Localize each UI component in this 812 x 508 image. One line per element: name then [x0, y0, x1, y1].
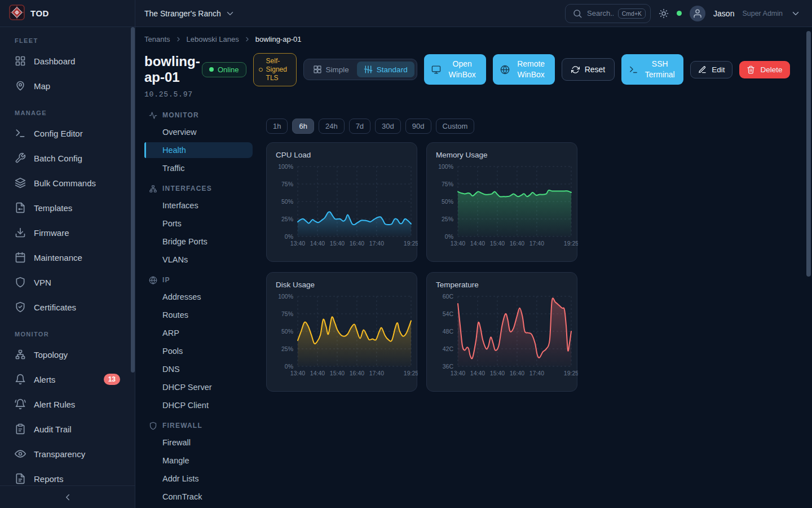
subnav-item-conntrack[interactable]: ConnTrack [144, 489, 253, 505]
subnav-item-pools[interactable]: Pools [144, 343, 253, 359]
sidebar-item-label: Reports [34, 474, 64, 484]
svg-text:0%: 0% [285, 363, 293, 370]
bell-icon [15, 374, 26, 385]
shield-check-icon [15, 301, 26, 313]
time-range-7d[interactable]: 7d [349, 119, 370, 134]
status-badge: Online [202, 62, 246, 77]
view-toggle-standard[interactable]: Standard [357, 62, 414, 77]
alerts-count-badge: 13 [104, 374, 120, 385]
wrench-icon [15, 152, 26, 164]
breadcrumb-item-tenants[interactable]: Tenants [144, 35, 170, 43]
main-scrollbar[interactable] [806, 31, 811, 277]
sidebar-item-batch-config[interactable]: Batch Config [7, 146, 128, 170]
remote-winbox-button[interactable]: Remote WinBox [493, 54, 555, 85]
tenant-selector[interactable]: The Stranger's Ranch [144, 8, 235, 19]
sidebar-item-label: Topology [34, 350, 68, 360]
time-range-30d[interactable]: 30d [375, 119, 401, 134]
subnav-item-interfaces[interactable]: Interfaces [144, 198, 253, 213]
svg-text:50%: 50% [281, 328, 293, 335]
sidebar-item-transparency[interactable]: Transparency [7, 441, 128, 466]
search-input[interactable] [587, 9, 614, 17]
subnav-item-arp[interactable]: ARP [144, 325, 253, 341]
sidebar-item-map[interactable]: Map [7, 73, 128, 98]
sidebar-item-templates[interactable]: Templates [7, 195, 128, 220]
svg-text:14:40: 14:40 [310, 370, 325, 376]
subnav-item-routes[interactable]: Routes [144, 307, 253, 323]
svg-text:13:40: 13:40 [290, 370, 305, 376]
sidebar-item-vpn[interactable]: VPN [7, 270, 128, 295]
tls-warning-badge: Self-Signed TLS [253, 53, 297, 86]
sidebar-item-audit-trail[interactable]: Audit Trail [7, 417, 128, 441]
sidebar-item-dashboard[interactable]: Dashboard [7, 49, 128, 73]
subnav-item-ports[interactable]: Ports [144, 216, 253, 231]
subnav-item-traffic[interactable]: Traffic [144, 160, 253, 176]
svg-text:16:40: 16:40 [510, 370, 524, 376]
reset-button[interactable]: Reset [562, 58, 615, 81]
svg-text:19:25: 19:25 [564, 240, 578, 247]
sidebar-item-bulk-commands[interactable]: Bulk Commands [7, 170, 128, 195]
subnav-section-label: MONITOR [162, 111, 199, 119]
topology-icon [149, 185, 157, 193]
subnav-item-firewall[interactable]: Firewall [144, 435, 253, 450]
svg-text:13:40: 13:40 [451, 370, 465, 376]
button-label: Delete [760, 65, 782, 74]
search-box[interactable]: Cmd+K [565, 4, 651, 23]
breadcrumb-item-lebowski-lanes[interactable]: Lebowski Lanes [187, 35, 239, 43]
sidebar-section-label: MONITOR [15, 331, 120, 338]
activity-icon [149, 111, 157, 120]
theme-toggle-sun-icon[interactable] [659, 8, 669, 19]
svg-text:25%: 25% [281, 216, 293, 222]
brand: TOD [0, 0, 135, 27]
delete-button[interactable]: Delete [739, 61, 789, 78]
edit-button[interactable]: Edit [690, 61, 732, 78]
subnav-item-addresses[interactable]: Addresses [144, 289, 253, 305]
subnav-item-mangle[interactable]: Mangle [144, 453, 253, 468]
subnav-item-addr-lists[interactable]: Addr Lists [144, 471, 253, 487]
sidebar-item-firmware[interactable]: Firmware [7, 220, 128, 245]
open-winbox-button[interactable]: Open WinBox [424, 54, 486, 85]
breadcrumb-item-bowling-ap-01: bowling-ap-01 [255, 35, 302, 43]
eye-icon [15, 448, 26, 459]
time-range-1h[interactable]: 1h [266, 119, 288, 134]
subnav-item-dhcp-client[interactable]: DHCP Client [144, 397, 253, 413]
time-range-90d[interactable]: 90d [405, 119, 431, 134]
time-range-selector: 1h6h24h7d30d90dCustom [266, 119, 474, 134]
trash-icon [747, 65, 755, 74]
sidebar-item-maintenance[interactable]: Maintenance [7, 245, 128, 270]
sidebar-item-alerts[interactable]: Alerts13 [7, 367, 128, 392]
time-range-6h[interactable]: 6h [292, 119, 314, 134]
subnav-item-dhcp-server[interactable]: DHCP Server [144, 379, 253, 395]
user-menu-chevron-icon[interactable] [791, 8, 801, 19]
sidebar-item-certificates[interactable]: Certificates [7, 295, 128, 319]
time-range-custom[interactable]: Custom [436, 119, 475, 134]
view-mode-toggle: SimpleStandard [303, 59, 417, 80]
globe-icon [500, 65, 510, 75]
subnav-section-label: INTERFACES [162, 185, 212, 192]
subnav-item-vlans[interactable]: VLANs [144, 252, 253, 268]
sidebar-scrollbar[interactable] [131, 27, 135, 373]
sidebar-section-manage: MANAGEConfig EditorBatch ConfigBulk Comm… [0, 99, 135, 321]
sidebar-item-config-editor[interactable]: Config Editor [7, 121, 128, 146]
globe-icon [149, 276, 157, 284]
terminal-icon [629, 65, 638, 75]
subnav-item-health[interactable]: Health [144, 142, 253, 158]
subnav-item-overview[interactable]: Overview [144, 124, 253, 140]
sidebar-item-topology[interactable]: Topology [7, 342, 128, 367]
svg-text:13:40: 13:40 [451, 240, 465, 247]
subnav-item-dns[interactable]: DNS [144, 361, 253, 377]
view-toggle-simple[interactable]: Simple [306, 62, 356, 77]
sidebar-item-alert-rules[interactable]: Alert Rules [7, 392, 128, 417]
time-range-24h[interactable]: 24h [319, 119, 345, 134]
app-logo-icon [9, 5, 25, 23]
clipboard-icon [15, 423, 26, 435]
charts-grid: CPU Load0%25%50%75%100%13:4014:4015:4016… [266, 142, 577, 392]
svg-text:100%: 100% [278, 293, 293, 300]
avatar[interactable] [690, 6, 705, 21]
subnav-section-ip: IP [149, 274, 253, 286]
view-toggle-label: Simple [326, 65, 349, 74]
ssh-terminal-button[interactable]: SSH Terminal [621, 54, 683, 85]
subnav-section-monitor: MONITOR [149, 110, 253, 121]
collapse-sidebar-button[interactable] [0, 485, 135, 508]
connection-status-dot [677, 11, 682, 16]
subnav-item-bridge-ports[interactable]: Bridge Ports [144, 234, 253, 249]
